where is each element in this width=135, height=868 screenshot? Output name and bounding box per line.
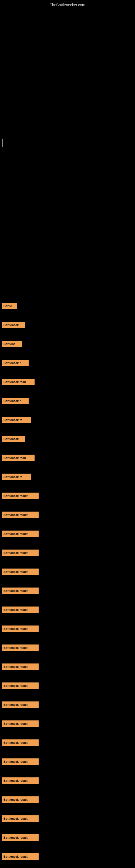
bottleneck-item: Bottleneck result [2, 607, 39, 613]
bottleneck-items-container: BottleBottleneckBottleneBottleneck rBott… [0, 150, 135, 733]
bottleneck-item: Bottleneck result [2, 739, 39, 746]
bottleneck-item: Bottleneck result [2, 815, 39, 822]
bottleneck-bar: Bottleneck [2, 436, 25, 442]
bottleneck-item: Bottleneck result [2, 682, 39, 689]
bottleneck-item: Bottleneck r [2, 360, 29, 366]
bottleneck-bar: Bottleneck result [2, 512, 39, 518]
bottleneck-item: Bottleneck result [2, 702, 39, 708]
bottleneck-item: Bottlene [2, 341, 22, 347]
bottleneck-item: Bottleneck result [2, 663, 39, 670]
bottleneck-item: Bottleneck result [2, 720, 39, 727]
bottleneck-bar: Bottleneck r [2, 398, 29, 404]
bottleneck-bar: Bottleneck result [2, 834, 39, 841]
bottleneck-bar: Bottlene [2, 341, 22, 347]
bottleneck-item: Bottleneck result [2, 834, 39, 841]
bottleneck-item: Bottleneck result [2, 777, 39, 784]
bottleneck-bar: Bottleneck result [2, 588, 39, 594]
bottleneck-bar: Bottleneck result [2, 796, 39, 803]
bottleneck-bar: Bottleneck result [2, 682, 39, 689]
bottleneck-bar: Bottle [2, 303, 17, 309]
bottleneck-bar: Bottleneck result [2, 854, 39, 860]
bottleneck-bar: Bottleneck result [2, 493, 39, 499]
bottleneck-item: Bottleneck resu [2, 455, 35, 461]
bottleneck-bar: Bottleneck result [2, 550, 39, 556]
site-title: TheBottlenecker.com [0, 0, 135, 8]
bottleneck-item: Bottleneck resu [2, 379, 35, 385]
bottleneck-bar: Bottleneck result [2, 702, 39, 708]
bottleneck-bar: Bottleneck r [2, 360, 29, 366]
bottleneck-bar: Bottleneck resu [2, 455, 35, 461]
axis-line [2, 138, 3, 147]
chart-area [0, 8, 135, 150]
site-title-container: TheBottlenecker.com [0, 0, 135, 8]
bottleneck-item: Bottleneck re [2, 474, 31, 480]
bottleneck-bar: Bottleneck result [2, 645, 39, 651]
bottleneck-item: Bottleneck result [2, 568, 39, 575]
bottleneck-item: Bottleneck result [2, 625, 39, 632]
bottleneck-item: Bottleneck result [2, 550, 39, 556]
bottleneck-item: Bottle [2, 303, 17, 309]
bottleneck-bar: Bottleneck result [2, 625, 39, 632]
bottleneck-item: Bottleneck [2, 322, 25, 328]
bottleneck-bar: Bottleneck result [2, 607, 39, 613]
bottleneck-bar: Bottleneck re [2, 416, 31, 423]
bottleneck-item: Bottleneck result [2, 512, 39, 518]
bottleneck-bar: Bottleneck result [2, 663, 39, 670]
bottleneck-item: Bottleneck result [2, 531, 39, 537]
bottleneck-bar: Bottleneck [2, 322, 25, 328]
bottleneck-bar: Bottleneck result [2, 758, 39, 765]
bottleneck-item: Bottleneck result [2, 588, 39, 594]
bottleneck-item: Bottleneck result [2, 758, 39, 765]
bottleneck-item: Bottleneck r [2, 398, 29, 404]
bottleneck-bar: Bottleneck result [2, 739, 39, 746]
bottleneck-item: Bottleneck re [2, 416, 31, 423]
bottleneck-bar: Bottleneck result [2, 568, 39, 575]
bottleneck-bar: Bottleneck result [2, 815, 39, 822]
bottleneck-item: Bottleneck result [2, 854, 39, 860]
bottleneck-bar: Bottleneck result [2, 531, 39, 537]
bottleneck-item: Bottleneck result [2, 493, 39, 499]
bottleneck-item: Bottleneck [2, 436, 25, 442]
bottleneck-bar: Bottleneck result [2, 720, 39, 727]
bottleneck-item: Bottleneck result [2, 796, 39, 803]
bottleneck-bar: Bottleneck re [2, 474, 31, 480]
bottleneck-bar: Bottleneck result [2, 777, 39, 784]
bottleneck-item: Bottleneck result [2, 645, 39, 651]
bottleneck-bar: Bottleneck resu [2, 379, 35, 385]
